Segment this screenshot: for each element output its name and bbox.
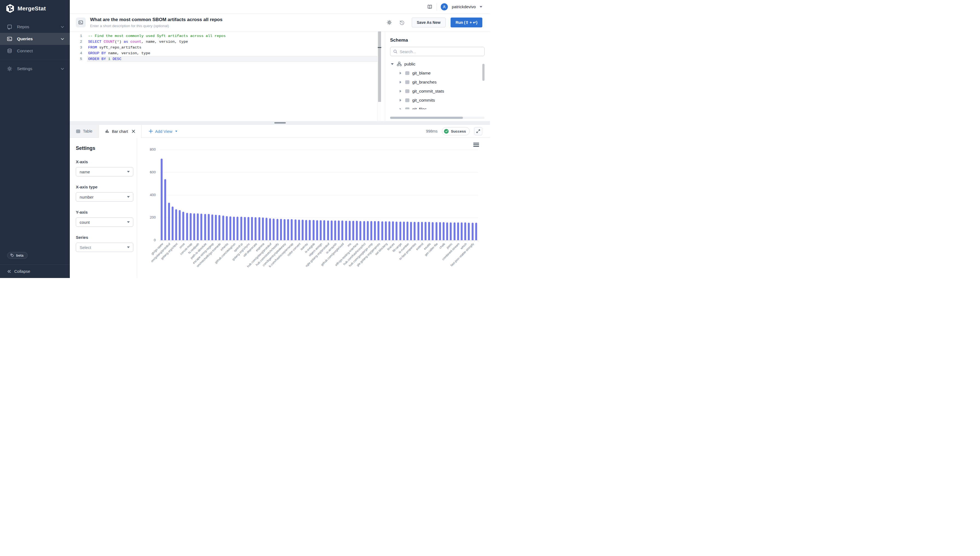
chart-bar[interactable] bbox=[269, 218, 271, 240]
chart-bar[interactable] bbox=[450, 222, 452, 240]
chart-bar[interactable] bbox=[388, 221, 390, 240]
query-settings-gear-icon[interactable] bbox=[386, 19, 392, 26]
chart-bar[interactable] bbox=[374, 221, 376, 240]
chart-bar[interactable] bbox=[410, 222, 412, 240]
chart-bar[interactable] bbox=[287, 219, 289, 240]
chart-bar[interactable] bbox=[417, 222, 419, 240]
chart-bar[interactable] bbox=[371, 221, 372, 240]
chart-bar[interactable] bbox=[179, 210, 181, 240]
panel-resize-handle[interactable] bbox=[70, 121, 490, 125]
schema-table-row[interactable]: git_commits bbox=[390, 95, 485, 105]
chart-bar[interactable] bbox=[439, 222, 441, 240]
chart-bar[interactable] bbox=[193, 213, 195, 240]
chart-bar[interactable] bbox=[172, 207, 174, 240]
chart-bar[interactable] bbox=[349, 221, 351, 240]
chart-bar[interactable] bbox=[316, 220, 318, 240]
editor-code[interactable]: -- Find the most commonly used Syft arti… bbox=[88, 33, 446, 62]
chart-bar[interactable] bbox=[190, 213, 192, 240]
chart-bar[interactable] bbox=[359, 221, 361, 240]
chart-bar[interactable] bbox=[461, 222, 463, 240]
docs-book-icon[interactable] bbox=[427, 4, 433, 10]
chart-bar[interactable] bbox=[182, 212, 184, 240]
chart-bar[interactable] bbox=[323, 220, 325, 240]
schema-table-row[interactable]: git_files bbox=[390, 105, 485, 109]
chart-bar[interactable] bbox=[305, 220, 307, 240]
chart-bar[interactable] bbox=[475, 223, 477, 240]
chart-bar[interactable] bbox=[229, 217, 231, 240]
chart-bar[interactable] bbox=[414, 222, 416, 240]
chart-bar[interactable] bbox=[338, 220, 340, 240]
schema-table-row[interactable]: git_blame bbox=[390, 68, 485, 78]
schema-tree-scrollbar[interactable] bbox=[482, 64, 485, 81]
chart-bar[interactable] bbox=[258, 217, 260, 240]
caret-collapsed-icon[interactable] bbox=[400, 108, 401, 110]
close-icon[interactable] bbox=[132, 129, 135, 133]
chart-bar[interactable] bbox=[276, 219, 279, 240]
chart-bar[interactable] bbox=[226, 216, 228, 240]
chart-bar[interactable] bbox=[197, 213, 199, 240]
chart-bar[interactable] bbox=[298, 220, 300, 240]
history-icon[interactable] bbox=[399, 19, 405, 26]
chart-bar[interactable] bbox=[352, 221, 354, 240]
x-axis-type-select[interactable]: number bbox=[76, 192, 133, 202]
tab-table[interactable]: Table bbox=[70, 125, 99, 137]
chart-bar[interactable] bbox=[472, 223, 474, 240]
chart-bar[interactable] bbox=[468, 223, 470, 240]
chevron-down-icon[interactable] bbox=[60, 24, 65, 29]
chart-bar[interactable] bbox=[327, 220, 329, 240]
schema-hscrollbar-thumb[interactable] bbox=[390, 117, 463, 119]
chart-bar[interactable] bbox=[168, 203, 170, 240]
chart-bar[interactable] bbox=[233, 217, 235, 240]
caret-collapsed-icon[interactable] bbox=[400, 99, 401, 102]
tab-bar-chart[interactable]: Bar chart bbox=[99, 125, 142, 138]
chart-bar[interactable] bbox=[331, 220, 333, 240]
chart-bar[interactable] bbox=[403, 221, 405, 240]
chart-bar[interactable] bbox=[237, 217, 239, 240]
chart-bar[interactable] bbox=[164, 179, 166, 240]
chart-bar[interactable] bbox=[428, 222, 430, 240]
schema-table-row[interactable]: git_commit_stats bbox=[390, 87, 485, 95]
bar-chart[interactable]: 0200400600800gh/go-spewom/golang/protobu… bbox=[137, 138, 490, 278]
chart-bar[interactable] bbox=[211, 215, 213, 240]
user-menu-caret-icon[interactable] bbox=[480, 6, 482, 8]
chart-bar[interactable] bbox=[356, 221, 358, 240]
chart-bar[interactable] bbox=[446, 222, 448, 240]
sidebar-item-connect[interactable]: Connect bbox=[0, 45, 70, 57]
chart-bar[interactable] bbox=[247, 217, 249, 240]
chart-bar[interactable] bbox=[280, 219, 282, 240]
chart-bar[interactable] bbox=[377, 221, 379, 240]
caret-collapsed-icon[interactable] bbox=[400, 81, 401, 84]
y-axis-select[interactable]: count bbox=[76, 217, 133, 227]
expand-button[interactable] bbox=[474, 127, 482, 135]
chevron-down-icon[interactable] bbox=[60, 36, 65, 41]
chart-bar[interactable] bbox=[406, 221, 408, 240]
add-view-button[interactable]: Add View bbox=[149, 129, 177, 134]
chart-bar[interactable] bbox=[421, 222, 423, 240]
schema-hscrollbar[interactable] bbox=[390, 117, 485, 119]
chart-bar[interactable] bbox=[457, 222, 459, 240]
chart-bar[interactable] bbox=[425, 222, 427, 240]
run-button[interactable]: Run (⇧ + ↵) bbox=[451, 18, 482, 27]
avatar[interactable] bbox=[441, 3, 448, 10]
username[interactable]: patrickdevivo bbox=[452, 4, 476, 9]
chart-bar[interactable] bbox=[295, 220, 297, 240]
x-axis-select[interactable]: name bbox=[76, 167, 133, 176]
chart-bar[interactable] bbox=[291, 219, 293, 240]
chart-bar[interactable] bbox=[396, 221, 398, 240]
chart-bar[interactable] bbox=[251, 217, 253, 240]
chart-bar[interactable] bbox=[186, 213, 188, 240]
caret-expanded-icon[interactable] bbox=[391, 63, 394, 65]
chart-bar[interactable] bbox=[284, 219, 285, 240]
chart-bar[interactable] bbox=[345, 221, 347, 240]
chevron-down-icon[interactable] bbox=[60, 66, 65, 71]
collapse-button[interactable]: Collapse bbox=[0, 264, 70, 278]
chart-bar[interactable] bbox=[341, 220, 343, 240]
chart-bar[interactable] bbox=[385, 221, 387, 240]
series-select[interactable]: Select bbox=[76, 242, 133, 252]
caret-collapsed-icon[interactable] bbox=[400, 90, 401, 92]
chart-bar[interactable] bbox=[301, 220, 304, 240]
chart-bar[interactable] bbox=[400, 221, 401, 240]
chart-bar[interactable] bbox=[367, 221, 369, 240]
chart-bar[interactable] bbox=[432, 222, 434, 240]
chart-bar[interactable] bbox=[262, 217, 264, 240]
